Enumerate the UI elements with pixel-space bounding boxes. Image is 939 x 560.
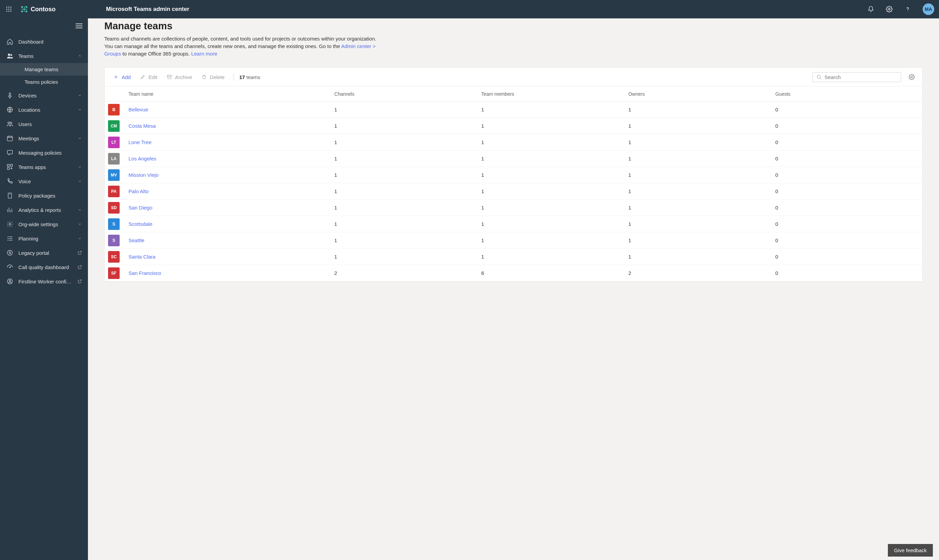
toolbar: Add Edit Archive Delete (105, 68, 922, 86)
collapse-sidebar-icon[interactable] (76, 23, 82, 30)
package-icon (6, 192, 14, 199)
sidebar-item-label: Devices (19, 93, 72, 98)
sidebar-item-users[interactable]: Users (0, 117, 88, 131)
help-icon[interactable] (902, 4, 913, 15)
svg-rect-36 (167, 75, 171, 76)
team-name-link[interactable]: San Diego (128, 205, 153, 211)
team-name-link[interactable]: Santa Clara (128, 254, 156, 260)
table-row[interactable]: CMCosta Mesa1110 (105, 118, 922, 134)
svg-point-31 (9, 223, 11, 225)
team-name-link[interactable]: Los Angeles (128, 156, 156, 162)
app-launcher-icon[interactable] (0, 0, 18, 18)
sidebar-subitem-teams-policies[interactable]: Teams policies (0, 75, 88, 88)
settings-icon[interactable] (884, 4, 895, 15)
svg-rect-14 (22, 9, 27, 9)
table-row[interactable]: LTLone Tree1110 (105, 134, 922, 151)
table-row[interactable]: PAPalo Alto1110 (105, 183, 922, 200)
svg-point-3 (6, 9, 8, 10)
archive-button[interactable]: Archive (163, 72, 196, 82)
team-name-link[interactable]: Costa Mesa (128, 123, 156, 129)
sidebar-item-label: Firstline Worker configu... (19, 278, 72, 285)
give-feedback-button[interactable]: Give feedback (888, 544, 933, 557)
delete-button[interactable]: Delete (198, 72, 228, 82)
search-box[interactable] (813, 72, 901, 82)
team-name-link[interactable]: Seattle (128, 237, 145, 243)
sidebar-subitem-manage-teams[interactable]: Manage teams (0, 63, 88, 75)
sidebar-item-meetings[interactable]: Meetings (0, 131, 88, 145)
table-row[interactable]: SFSan Francisco2620 (105, 265, 922, 282)
table-row[interactable]: LALos Angeles1110 (105, 151, 922, 167)
team-badge: CM (108, 120, 120, 132)
cell-guests: 0 (776, 221, 922, 227)
team-name-link[interactable]: Bellevue (128, 107, 148, 112)
cell-owners: 1 (628, 139, 775, 145)
sidebar-item-label: Voice (19, 178, 72, 184)
edit-button[interactable]: Edit (136, 72, 161, 82)
col-owners[interactable]: Owners (628, 91, 775, 97)
search-input[interactable] (825, 74, 897, 80)
team-badge: B (108, 104, 120, 115)
table-row[interactable]: MVMission Viejo1110 (105, 167, 922, 183)
dashboard-icon (6, 263, 14, 271)
sidebar-item-label: Teams (19, 53, 72, 59)
sidebar-item-teams[interactable]: Teams (0, 49, 88, 63)
learn-more-link[interactable]: Learn more (191, 51, 217, 57)
avatar[interactable]: MA (923, 3, 934, 15)
sidebar-item-policy-packages[interactable]: Policy packages (0, 188, 88, 203)
team-name-link[interactable]: San Francisco (128, 270, 161, 276)
notifications-icon[interactable] (865, 4, 876, 15)
sidebar-item-devices[interactable]: Devices (0, 88, 88, 103)
sidebar-item-legacy-portal[interactable]: Legacy portal (0, 246, 88, 260)
sidebar-item-voice[interactable]: Voice (0, 174, 88, 188)
table-row[interactable]: SDSan Diego1110 (105, 200, 922, 216)
team-badge: SD (108, 202, 120, 214)
sidebar-item-messaging-policies[interactable]: Messaging policies (0, 145, 88, 160)
col-guests[interactable]: Guests (776, 91, 922, 97)
table-row[interactable]: SCSanta Clara1110 (105, 249, 922, 265)
team-name-link[interactable]: Scottsdale (128, 221, 153, 227)
sidebar-item-teams-apps[interactable]: Teams apps (0, 160, 88, 174)
table-row[interactable]: SSeattle1110 (105, 232, 922, 249)
cell-members: 1 (481, 237, 628, 243)
col-members[interactable]: Team members (481, 91, 628, 97)
svg-rect-19 (76, 28, 82, 28)
svg-rect-28 (11, 165, 12, 166)
svg-point-21 (11, 54, 12, 56)
sidebar-item-planning[interactable]: Planning (0, 231, 88, 246)
sidebar-item-analytics[interactable]: Analytics & reports (0, 203, 88, 217)
sidebar-item-locations[interactable]: Locations (0, 103, 88, 117)
cell-members: 1 (481, 139, 628, 145)
teams-count: 17 teams (239, 74, 261, 80)
team-name-link[interactable]: Lone Tree (128, 139, 152, 145)
team-badge: LA (108, 153, 120, 165)
cell-guests: 0 (776, 156, 922, 162)
sidebar-item-dashboard[interactable]: Dashboard (0, 34, 88, 49)
sidebar-item-firstline[interactable]: Firstline Worker configu... (0, 274, 88, 289)
cell-owners: 1 (628, 254, 775, 260)
team-name-link[interactable]: Palo Alto (128, 188, 149, 194)
svg-rect-26 (8, 150, 12, 154)
checklist-icon (6, 235, 14, 242)
cell-members: 6 (481, 270, 628, 276)
table-row[interactable]: SScottsdale1110 (105, 216, 922, 232)
cell-owners: 2 (628, 270, 775, 276)
sidebar: DashboardTeamsManage teamsTeams policies… (0, 18, 88, 560)
cell-owners: 1 (628, 172, 775, 178)
team-badge: MV (108, 169, 120, 181)
svg-point-8 (11, 11, 12, 12)
chevron-down-icon (77, 207, 82, 212)
svg-point-0 (6, 7, 8, 8)
sidebar-item-call-quality[interactable]: Call quality dashboard (0, 260, 88, 274)
svg-rect-29 (8, 168, 9, 170)
brand-name: Contoso (31, 6, 56, 13)
cell-members: 1 (481, 254, 628, 260)
sidebar-item-org-settings[interactable]: Org-wide settings (0, 217, 88, 231)
svg-point-10 (26, 6, 28, 8)
col-channels[interactable]: Channels (335, 91, 481, 97)
table-row[interactable]: BBellevue1110 (105, 102, 922, 118)
table-settings-icon[interactable] (906, 71, 917, 83)
team-name-link[interactable]: Mission Viejo (128, 172, 159, 178)
col-team-name[interactable]: Team name (128, 91, 335, 97)
brand-logo[interactable]: Contoso (18, 5, 58, 13)
add-button[interactable]: Add (109, 72, 134, 82)
